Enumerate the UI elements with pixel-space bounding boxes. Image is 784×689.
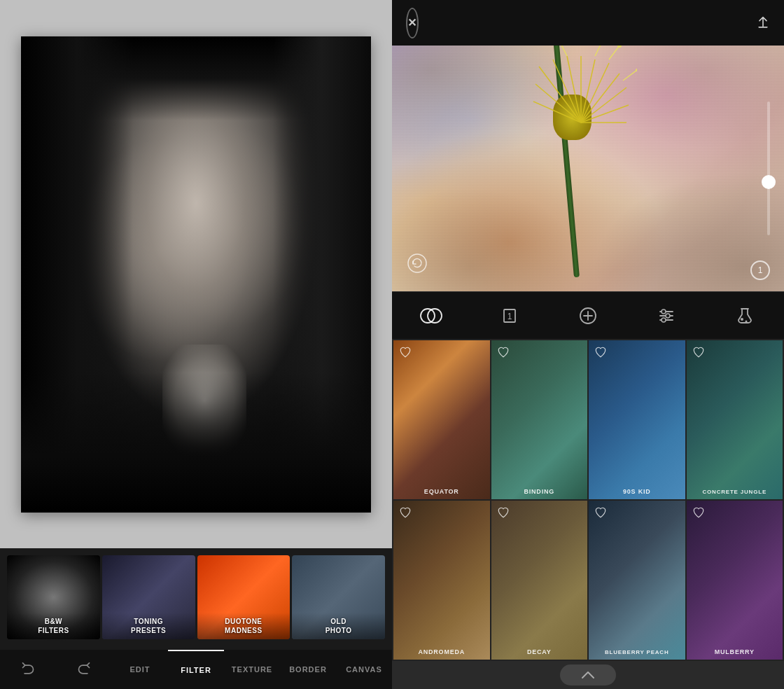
mulberry-label: MULBERRY bbox=[687, 646, 783, 660]
lab-tool-button[interactable] bbox=[732, 303, 757, 328]
border-button[interactable]: BORDER bbox=[280, 650, 336, 689]
undo-icon bbox=[21, 662, 35, 676]
90skid-bg bbox=[589, 340, 685, 499]
texture-concrete-jungle[interactable]: CONCRETE JUNGLE bbox=[687, 340, 783, 499]
texture-blueberry-peach[interactable]: BLUEBERRY PEACH bbox=[589, 501, 685, 660]
layer-tool-button[interactable]: 1 bbox=[497, 303, 522, 328]
preset-old-photo[interactable]: OLDPHOTO bbox=[292, 555, 385, 639]
preset-toning-label: TONINGPRESETS bbox=[102, 613, 195, 639]
svg-point-35 bbox=[741, 318, 743, 321]
svg-line-13 bbox=[595, 46, 602, 56]
equator-bg bbox=[393, 340, 490, 499]
tool-bar: 1 bbox=[392, 291, 784, 339]
reset-button[interactable] bbox=[406, 252, 428, 277]
binding-label: BINDING bbox=[491, 485, 588, 499]
binding-bg bbox=[491, 340, 588, 499]
intensity-slider-thumb[interactable] bbox=[762, 175, 776, 189]
equator-heart-icon[interactable] bbox=[399, 346, 412, 359]
concrete-heart-icon[interactable] bbox=[692, 346, 705, 359]
andromeda-heart-icon[interactable] bbox=[399, 506, 412, 519]
texture-decay[interactable]: DECAY bbox=[491, 501, 588, 660]
blueberry-heart-icon[interactable] bbox=[594, 506, 607, 519]
svg-point-33 bbox=[662, 318, 666, 322]
preset-old-label: OLDPHOTO bbox=[292, 613, 385, 639]
share-button[interactable] bbox=[756, 11, 770, 36]
mulberry-bg bbox=[687, 501, 783, 660]
decay-label: DECAY bbox=[491, 646, 588, 660]
binding-heart-icon[interactable] bbox=[497, 346, 510, 359]
svg-point-36 bbox=[746, 320, 748, 322]
close-button[interactable]: ✕ bbox=[406, 8, 419, 39]
blueberry-label: BLUEBERRY PEACH bbox=[589, 646, 685, 660]
layer-icon: 1 bbox=[497, 303, 522, 328]
photo-frame bbox=[21, 36, 371, 513]
svg-line-12 bbox=[609, 46, 620, 60]
left-panel: B&WFILTERS TONINGPRESETS DUOTONEMADNESS … bbox=[0, 0, 392, 689]
add-tool-button[interactable] bbox=[575, 303, 601, 328]
preset-duotone-madness[interactable]: DUOTONEMADNESS bbox=[197, 555, 290, 639]
dandelion-head bbox=[532, 81, 570, 126]
texture-button[interactable]: TEXTURE bbox=[224, 650, 280, 689]
right-panel: ✕ bbox=[392, 0, 784, 689]
add-icon bbox=[575, 303, 601, 328]
svg-line-15 bbox=[623, 70, 637, 81]
svg-text:1: 1 bbox=[507, 312, 512, 321]
preset-toning-presets[interactable]: TONINGPRESETS bbox=[102, 555, 195, 639]
texture-equator[interactable]: EQUATOR bbox=[393, 340, 490, 499]
texture-andromeda[interactable]: ANDROMEDA bbox=[393, 501, 490, 660]
texture-90skid[interactable]: 90S KID bbox=[589, 340, 685, 499]
portrait-bottom bbox=[21, 373, 371, 513]
blend-tool-button[interactable] bbox=[419, 303, 444, 328]
mulberry-heart-icon[interactable] bbox=[692, 506, 705, 519]
intensity-slider-track bbox=[767, 102, 770, 235]
preset-duo-label: DUOTONEMADNESS bbox=[197, 613, 290, 639]
filter-presets-bar: B&WFILTERS TONINGPRESETS DUOTONEMADNESS … bbox=[0, 548, 392, 650]
right-header: ✕ bbox=[392, 0, 784, 46]
reset-icon bbox=[406, 252, 428, 274]
andromeda-bg bbox=[393, 501, 490, 660]
concrete-label: CONCRETE JUNGLE bbox=[687, 486, 783, 499]
decay-bg bbox=[491, 501, 588, 660]
concrete-bg bbox=[687, 340, 783, 499]
preset-bw-label: B&WFILTERS bbox=[7, 613, 100, 639]
filter-button[interactable]: FILTER bbox=[168, 650, 224, 689]
redo-icon bbox=[77, 662, 91, 676]
bottom-toolbar: EDIT FILTER TEXTURE BORDER CANVAS bbox=[0, 650, 392, 689]
redo-button[interactable] bbox=[56, 650, 112, 689]
edit-button[interactable]: EDIT bbox=[112, 650, 168, 689]
blend-icon bbox=[419, 303, 444, 328]
texture-binding[interactable]: BINDING bbox=[491, 340, 588, 499]
undo-button[interactable] bbox=[0, 650, 56, 689]
up-arrow-icon bbox=[580, 669, 596, 681]
photo-area bbox=[0, 0, 392, 548]
svg-line-14 bbox=[560, 46, 567, 56]
blueberry-bg bbox=[589, 501, 685, 660]
texture-grid: EQUATOR BINDING 90S KID CONCRETE JUNGLE … bbox=[392, 339, 784, 661]
andromeda-label: ANDROMEDA bbox=[393, 646, 490, 660]
right-main-image: 1 bbox=[392, 46, 784, 291]
svg-point-32 bbox=[666, 314, 670, 318]
90skid-heart-icon[interactable] bbox=[594, 346, 607, 359]
svg-line-11 bbox=[533, 102, 581, 123]
equator-label: EQUATOR bbox=[393, 485, 490, 499]
decay-heart-icon[interactable] bbox=[497, 506, 510, 519]
preset-bw-filters[interactable]: B&WFILTERS bbox=[7, 555, 100, 639]
scroll-up-area bbox=[392, 661, 784, 689]
canvas-button[interactable]: CANVAS bbox=[336, 650, 392, 689]
svg-point-20 bbox=[408, 254, 426, 272]
dandelion-petals-svg bbox=[525, 46, 637, 179]
layer-number-badge: 1 bbox=[750, 260, 770, 280]
90skid-label: 90S KID bbox=[589, 485, 685, 499]
adjust-tool-button[interactable] bbox=[654, 303, 679, 328]
adjust-icon bbox=[654, 303, 679, 328]
svg-point-31 bbox=[662, 309, 666, 314]
scroll-up-button[interactable] bbox=[560, 664, 616, 685]
texture-mulberry[interactable]: MULBERRY bbox=[687, 501, 783, 660]
lab-icon bbox=[732, 303, 757, 328]
share-icon bbox=[756, 16, 770, 30]
